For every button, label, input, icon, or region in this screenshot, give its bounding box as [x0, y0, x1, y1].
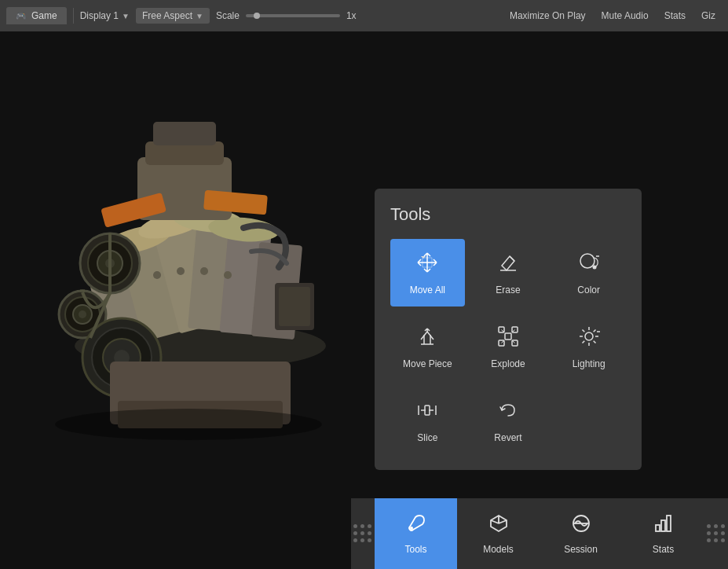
- svg-point-39: [592, 266, 596, 270]
- revert-icon: [496, 398, 521, 426]
- aspect-dropdown-arrow: ▼: [196, 12, 203, 20]
- erase-label: Erase: [496, 284, 520, 296]
- display-select[interactable]: Display 1 ▼: [80, 10, 130, 21]
- game-tab[interactable]: 🎮 Game: [6, 7, 67, 24]
- aspect-label: Free Aspect: [142, 10, 192, 21]
- erase-icon: [496, 250, 521, 278]
- dot-grid-right: [707, 524, 726, 543]
- tab-models-label: Models: [483, 544, 514, 555]
- tab-session-label: Session: [564, 544, 598, 555]
- models-tab-icon: [488, 512, 510, 539]
- erase-button[interactable]: Erase: [471, 239, 546, 307]
- svg-point-47: [410, 527, 413, 530]
- svg-point-45: [585, 332, 593, 340]
- svg-point-34: [177, 267, 185, 275]
- tab-stats[interactable]: Stats: [622, 498, 704, 569]
- move-all-icon: [415, 250, 440, 278]
- svg-rect-51: [667, 516, 671, 531]
- right-controls: Maximize On Play Mute Audio Stats Giz: [503, 8, 722, 24]
- svg-point-38: [580, 254, 594, 268]
- game-tab-label: Game: [31, 10, 57, 21]
- display-dropdown-arrow: ▼: [122, 12, 130, 20]
- engine-svg: [0, 31, 369, 472]
- color-icon: [576, 250, 602, 278]
- stats-button[interactable]: Stats: [658, 8, 692, 24]
- svg-point-24: [79, 310, 86, 318]
- revert-button[interactable]: Revert: [471, 387, 546, 454]
- explode-icon: [496, 324, 521, 352]
- tools-title: Tools: [390, 204, 626, 225]
- bottom-bar: Tools Models: [351, 498, 728, 569]
- divider: [73, 8, 74, 24]
- slice-icon: [415, 398, 440, 426]
- svg-rect-14: [153, 122, 216, 145]
- svg-point-36: [224, 271, 232, 279]
- tools-tab-icon: [405, 512, 427, 539]
- svg-point-37: [55, 409, 322, 440]
- tab-stats-label: Stats: [653, 544, 674, 555]
- left-drag-handle[interactable]: [351, 498, 375, 569]
- color-label: Color: [577, 284, 600, 296]
- explode-label: Explode: [491, 358, 525, 369]
- bottom-tabs: Tools Models: [375, 498, 704, 569]
- svg-point-33: [153, 271, 161, 279]
- revert-label: Revert: [494, 432, 521, 443]
- aspect-select[interactable]: Free Aspect ▼: [136, 8, 210, 24]
- dot-grid-left: [353, 524, 372, 543]
- lighting-icon: [576, 324, 602, 352]
- right-drag-handle[interactable]: [704, 498, 728, 569]
- tab-tools-label: Tools: [404, 544, 426, 555]
- slice-label: Slice: [417, 432, 437, 443]
- move-all-label: Move All: [410, 284, 445, 296]
- tools-grid: Move All Erase: [390, 239, 626, 454]
- game-icon: 🎮: [16, 11, 27, 21]
- color-button[interactable]: Color: [551, 239, 626, 307]
- move-piece-label: Move Piece: [403, 358, 452, 369]
- scale-slider[interactable]: [246, 14, 340, 17]
- move-all-button[interactable]: Move All: [390, 239, 465, 307]
- scale-value: 1x: [346, 10, 357, 21]
- scale-label: Scale: [216, 10, 240, 21]
- explode-button[interactable]: Explode: [471, 313, 546, 380]
- mute-button[interactable]: Mute Audio: [595, 8, 655, 24]
- stats-tab-icon: [653, 512, 675, 539]
- maximize-button[interactable]: Maximize On Play: [503, 8, 592, 24]
- move-piece-icon: [415, 324, 440, 352]
- display-label: Display 1: [80, 10, 119, 21]
- lighting-label: Lighting: [573, 358, 605, 369]
- gizmos-button[interactable]: Giz: [695, 8, 722, 24]
- slice-button[interactable]: Slice: [390, 387, 465, 454]
- game-area: Tools Move All: [0, 31, 728, 569]
- tools-panel: Tools Move All: [375, 189, 642, 470]
- scale-slider-thumb: [254, 13, 260, 19]
- move-piece-button[interactable]: Move Piece: [390, 313, 465, 380]
- svg-rect-50: [661, 520, 665, 531]
- svg-rect-49: [656, 525, 660, 531]
- svg-rect-32: [279, 287, 310, 326]
- tab-session[interactable]: Session: [540, 498, 622, 569]
- svg-point-35: [200, 267, 208, 275]
- top-bar: 🎮 Game Display 1 ▼ Free Aspect ▼ Scale 1…: [0, 0, 728, 31]
- svg-rect-40: [505, 333, 511, 340]
- tab-models[interactable]: Models: [457, 498, 540, 569]
- lighting-button[interactable]: Lighting: [551, 313, 626, 380]
- tab-tools[interactable]: Tools: [375, 498, 457, 569]
- engine-area: [0, 31, 369, 472]
- session-tab-icon: [570, 512, 592, 539]
